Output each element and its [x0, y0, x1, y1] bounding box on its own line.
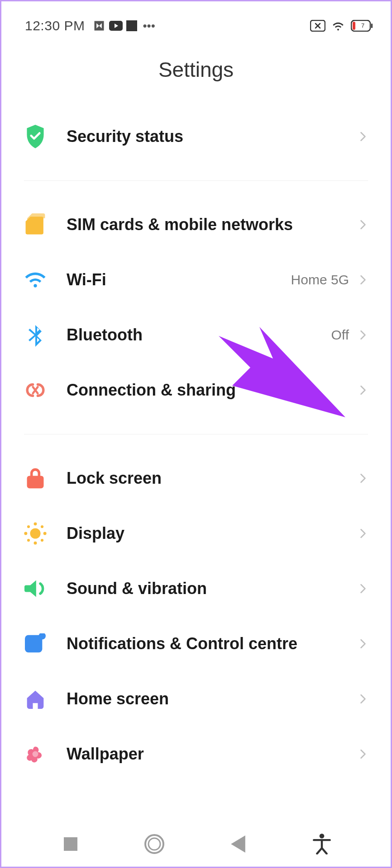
wifi-status-icon — [331, 20, 345, 32]
shield-check-icon — [24, 125, 47, 148]
item-lock-screen[interactable]: Lock screen — [1, 451, 391, 506]
bluetooth-icon — [24, 324, 47, 346]
chevron-right-icon — [358, 639, 368, 649]
chevron-right-icon — [358, 330, 368, 340]
nav-back-button[interactable] — [227, 833, 249, 855]
chevron-right-icon — [358, 694, 368, 704]
item-label: Lock screen — [67, 469, 358, 488]
item-value: Off — [331, 327, 349, 343]
battery-icon: 7 — [351, 20, 373, 32]
svg-point-8 — [34, 542, 37, 545]
svg-point-7 — [34, 522, 37, 525]
svg-point-10 — [43, 532, 47, 535]
item-home-screen[interactable]: Home screen — [1, 671, 391, 726]
item-security-status[interactable]: Security status — [1, 109, 391, 164]
item-label: Bluetooth — [67, 326, 331, 344]
chevron-right-icon — [358, 473, 368, 483]
item-label: SIM cards & mobile networks — [67, 215, 358, 234]
chevron-right-icon — [358, 132, 368, 142]
battery-level: 7 — [361, 22, 364, 29]
settings-list: Security status SIM cards & mobile netwo… — [1, 109, 391, 782]
status-time: 12:30 PM — [25, 18, 85, 33]
lock-icon — [24, 467, 47, 490]
wifi-icon — [24, 269, 47, 291]
more-status-icon: ••• — [143, 19, 155, 33]
item-label: Connection & sharing — [67, 381, 358, 400]
control-panel-icon — [24, 632, 47, 655]
svg-point-6 — [30, 528, 40, 538]
item-label: Wi-Fi — [67, 270, 291, 289]
item-wallpaper[interactable]: Wallpaper — [1, 726, 391, 782]
sim-icon — [24, 213, 47, 236]
chevron-right-icon — [358, 584, 368, 594]
item-display[interactable]: Display — [1, 506, 391, 561]
nav-accessibility-button[interactable] — [311, 833, 333, 855]
svg-rect-5 — [353, 22, 355, 30]
square-icon — [126, 20, 137, 31]
svg-point-20 — [148, 838, 160, 850]
app-running-icon — [93, 19, 105, 32]
home-icon — [24, 688, 47, 710]
nav-home-button[interactable] — [143, 833, 166, 855]
speaker-icon — [24, 577, 47, 600]
item-value: Home 5G — [291, 272, 349, 288]
chevron-right-icon — [358, 275, 368, 285]
svg-point-11 — [27, 525, 30, 528]
svg-point-14 — [41, 539, 43, 542]
svg-point-9 — [24, 532, 27, 535]
item-sim-cards[interactable]: SIM cards & mobile networks — [1, 197, 391, 252]
item-wifi[interactable]: Wi-Fi Home 5G — [1, 252, 391, 307]
item-bluetooth[interactable]: Bluetooth Off — [1, 307, 391, 363]
nav-bar — [1, 821, 391, 867]
item-label: Notifications & Control centre — [67, 634, 358, 653]
chevron-right-icon — [358, 749, 368, 759]
flower-icon — [24, 743, 47, 765]
svg-rect-18 — [64, 837, 77, 851]
page-title: Settings — [1, 43, 391, 109]
item-label: Display — [67, 524, 358, 543]
divider — [24, 180, 368, 181]
nav-recents-button[interactable] — [59, 833, 82, 855]
svg-point-12 — [41, 525, 43, 528]
item-notifications[interactable]: Notifications & Control centre — [1, 616, 391, 671]
item-label: Wallpaper — [67, 745, 358, 764]
sun-icon — [24, 522, 47, 545]
item-label: Security status — [67, 127, 358, 146]
svg-point-17 — [33, 751, 38, 757]
youtube-icon — [109, 21, 123, 31]
svg-point-13 — [27, 539, 30, 542]
divider — [24, 434, 368, 434]
sim-error-icon — [310, 20, 325, 32]
item-label: Sound & vibration — [67, 579, 358, 598]
item-connection-sharing[interactable]: Connection & sharing — [1, 363, 391, 418]
svg-rect-1 — [126, 20, 137, 31]
chevron-right-icon — [358, 385, 368, 395]
chevron-right-icon — [358, 220, 368, 230]
item-sound-vibration[interactable]: Sound & vibration — [1, 561, 391, 616]
svg-point-21 — [319, 834, 324, 839]
chevron-right-icon — [358, 528, 368, 538]
svg-rect-4 — [371, 24, 373, 28]
status-bar: 12:30 PM ••• 7 — [1, 1, 391, 43]
share-icon — [24, 379, 47, 401]
item-label: Home screen — [67, 689, 358, 708]
